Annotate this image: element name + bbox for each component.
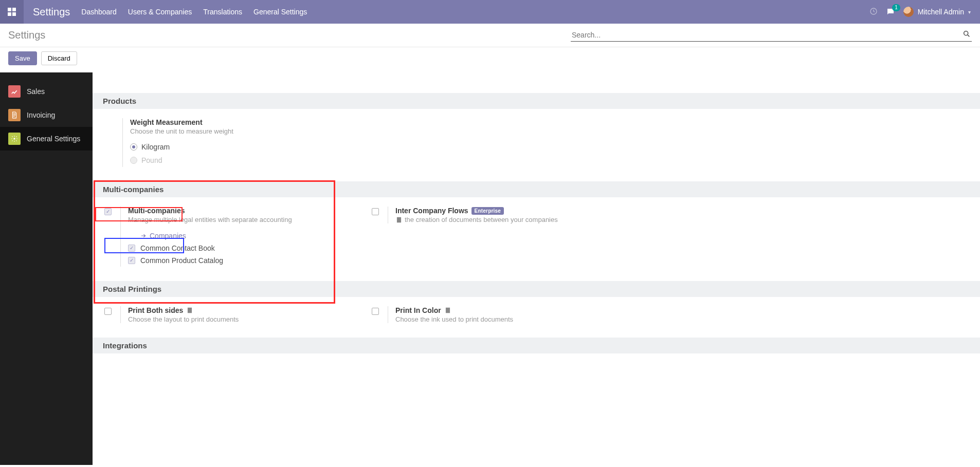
multi-companies-desc: Manage multiple legal entities with sepa… bbox=[128, 216, 350, 223]
common-product-label: Common Product Catalog bbox=[140, 256, 223, 265]
search-wrap bbox=[571, 29, 972, 42]
checkbox-print-color[interactable] bbox=[372, 308, 379, 315]
app-name: Settings bbox=[24, 6, 79, 18]
weight-title: Weight Measurement bbox=[130, 118, 970, 126]
inter-company-desc: the creation of documents between your c… bbox=[405, 216, 558, 223]
svg-point-6 bbox=[13, 138, 15, 140]
top-menu: Dashboard Users & Companies Translations… bbox=[81, 8, 307, 16]
print-color-desc: Choose the ink used to print documents bbox=[395, 315, 617, 323]
content: Products Weight Measurement Choose the u… bbox=[93, 72, 980, 465]
radio-label: Pound bbox=[141, 156, 162, 164]
checkbox-common-product[interactable] bbox=[128, 257, 135, 264]
apps-button[interactable] bbox=[0, 0, 24, 24]
inter-company-title: Inter Company Flows bbox=[395, 207, 468, 215]
checkbox-print-both[interactable] bbox=[104, 308, 112, 315]
print-both-title: Print Both sides bbox=[128, 306, 183, 314]
companies-link[interactable]: Companies bbox=[140, 232, 186, 240]
radio-dot-icon bbox=[130, 157, 137, 164]
radio-label: Kilogram bbox=[141, 143, 170, 151]
messaging-button[interactable]: 1 bbox=[886, 7, 895, 16]
building-icon bbox=[395, 216, 403, 223]
main-layout: Sales Invoicing General Settings Product… bbox=[0, 72, 980, 465]
radio-pound[interactable]: Pound bbox=[130, 154, 970, 167]
page-title: Settings bbox=[8, 29, 45, 41]
discard-button[interactable]: Discard bbox=[41, 51, 77, 65]
section-header-products: Products bbox=[93, 93, 980, 109]
avatar bbox=[903, 7, 914, 17]
sidebar-item-label: General Settings bbox=[27, 135, 80, 143]
companies-link-label: Companies bbox=[150, 232, 186, 240]
user-menu[interactable]: Mitchell Admin ▾ bbox=[903, 7, 971, 17]
gear-icon bbox=[8, 133, 21, 145]
common-contact-label: Common Contact Book bbox=[140, 244, 215, 252]
building-icon bbox=[444, 307, 451, 314]
svg-rect-1 bbox=[12, 8, 16, 11]
apps-icon bbox=[8, 8, 16, 16]
svg-rect-3 bbox=[12, 12, 16, 16]
sidebar-item-sales[interactable]: Sales bbox=[0, 80, 93, 103]
sidebar-item-invoicing[interactable]: Invoicing bbox=[0, 103, 93, 127]
building-icon bbox=[186, 307, 193, 314]
section-header-integrations: Integrations bbox=[93, 338, 980, 353]
checkbox-common-contact[interactable] bbox=[128, 245, 135, 252]
weight-desc: Choose the unit to measure weight bbox=[130, 127, 970, 135]
sales-icon bbox=[8, 85, 21, 98]
menu-general-settings[interactable]: General Settings bbox=[253, 8, 307, 16]
sidebar-item-general-settings[interactable]: General Settings bbox=[0, 127, 93, 151]
top-nav: Settings Dashboard Users & Companies Tra… bbox=[0, 0, 980, 24]
sidebar-item-label: Sales bbox=[27, 87, 45, 96]
arrow-right-icon bbox=[140, 233, 147, 239]
sidebar-item-label: Invoicing bbox=[27, 111, 55, 119]
radio-dot-icon bbox=[130, 143, 137, 151]
settings-sidebar: Sales Invoicing General Settings bbox=[0, 72, 93, 465]
print-color-title: Print In Color bbox=[395, 306, 441, 314]
svg-point-5 bbox=[964, 31, 968, 35]
menu-users-companies[interactable]: Users & Companies bbox=[128, 8, 192, 16]
button-row: Save Discard bbox=[0, 47, 980, 72]
user-name: Mitchell Admin bbox=[918, 8, 964, 16]
caret-down-icon: ▾ bbox=[968, 9, 971, 15]
svg-rect-2 bbox=[8, 12, 11, 16]
menu-translations[interactable]: Translations bbox=[203, 8, 242, 16]
section-header-postal: Postal Printings bbox=[93, 281, 980, 297]
search-input[interactable] bbox=[571, 29, 972, 41]
checkbox-inter-company[interactable] bbox=[372, 208, 379, 215]
activity-icon[interactable] bbox=[869, 7, 878, 17]
chat-badge: 1 bbox=[892, 4, 900, 11]
invoicing-icon bbox=[8, 109, 21, 121]
enterprise-badge: Enterprise bbox=[471, 207, 504, 215]
save-button[interactable]: Save bbox=[8, 51, 37, 65]
multi-companies-title: Multi-companies bbox=[128, 207, 350, 215]
menu-dashboard[interactable]: Dashboard bbox=[81, 8, 117, 16]
checkbox-multi-companies[interactable] bbox=[104, 208, 112, 215]
search-icon[interactable] bbox=[963, 30, 971, 40]
section-header-multi: Multi-companies bbox=[93, 181, 980, 197]
print-both-desc: Choose the layout to print documents bbox=[128, 315, 350, 323]
radio-kilogram[interactable]: Kilogram bbox=[130, 140, 970, 154]
svg-rect-0 bbox=[8, 8, 11, 11]
control-bar: Settings bbox=[0, 24, 980, 47]
